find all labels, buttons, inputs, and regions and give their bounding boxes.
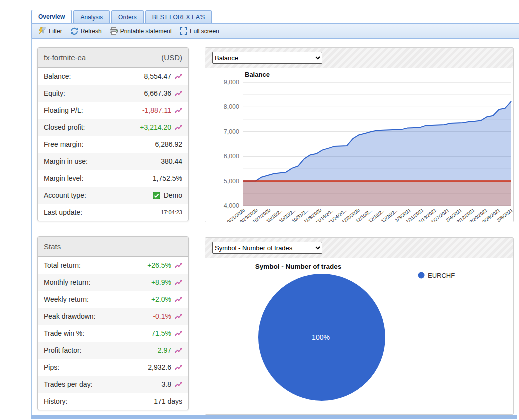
row-value-group: 6,286.92: [155, 140, 183, 148]
row-value: 380.44: [161, 157, 182, 165]
symbol-pie-chart: Symbol - Number of trades100%EURCHF: [205, 258, 513, 415]
account-name: fx-fortnite-ea: [44, 53, 86, 62]
row-label: Last update:: [44, 208, 82, 216]
row-label: Profit factor:: [44, 346, 81, 354]
row-value: -1,887.11: [142, 106, 171, 114]
row-label: Total return:: [44, 261, 81, 269]
row-label: Weekly return:: [44, 295, 89, 303]
table-row: Monthly return:+8.9%: [38, 274, 188, 291]
balance-chart-select[interactable]: Balance: [212, 52, 322, 64]
row-value: 3.8: [162, 380, 171, 388]
svg-text:8,000: 8,000: [224, 103, 239, 110]
stats-panel-header: Stats: [38, 237, 188, 257]
row-label: Balance:: [44, 72, 71, 80]
mini-chart-icon[interactable]: [175, 364, 182, 371]
row-label: Margin level:: [44, 174, 83, 182]
svg-text:Balance: Balance: [245, 71, 270, 78]
table-row: Balance:8,554.47: [38, 68, 188, 85]
filter-label: Filter: [49, 28, 62, 35]
row-label: Margin in use:: [44, 157, 88, 165]
table-row: Closed profit:+3,214.20: [38, 119, 188, 136]
row-label: Monthly return:: [44, 278, 90, 286]
legend-label: EURCHF: [428, 272, 455, 279]
row-value-group: 3.8: [162, 380, 182, 388]
account-currency: (USD): [161, 53, 182, 62]
printable-statement-button[interactable]: Printable statement: [106, 25, 175, 37]
fullscreen-icon: [180, 27, 187, 35]
page: Overview Analysis Orders BEST FOREX EA'S…: [0, 0, 519, 420]
row-value-group: +26.5%: [147, 261, 182, 269]
mini-chart-icon[interactable]: [175, 279, 182, 286]
table-row: Total return:+26.5%: [38, 257, 188, 274]
row-value-group: 171 days: [154, 397, 182, 405]
refresh-icon: [70, 27, 78, 35]
table-row: Pips:2,932.6: [38, 359, 188, 376]
table-row: Free margin:6,286.92: [38, 136, 188, 153]
mini-chart-icon[interactable]: [175, 347, 182, 354]
table-row: Trades per day:3.8: [38, 376, 188, 393]
mini-chart-icon[interactable]: [175, 313, 182, 320]
row-label: Closed profit:: [44, 123, 85, 131]
stats-panel: Stats Total return:+26.5%Monthly return:…: [37, 236, 189, 410]
row-label: Free margin:: [44, 140, 83, 148]
filter-button[interactable]: Filter: [35, 25, 66, 37]
account-panel-header: fx-fortnite-ea (USD): [38, 48, 188, 68]
row-value: 2.97: [158, 346, 171, 354]
mini-chart-icon[interactable]: [175, 330, 182, 337]
refresh-label: Refresh: [81, 28, 102, 35]
row-value: 71.5%: [151, 329, 171, 337]
mini-chart-icon[interactable]: [175, 381, 182, 388]
stats-title: Stats: [44, 242, 61, 251]
mini-chart-icon[interactable]: [175, 90, 182, 97]
symbol-chart-header: Symbol - Number of trades: [205, 238, 513, 258]
tab-best-forex-eas[interactable]: BEST FOREX EA'S: [145, 10, 212, 24]
row-value: 2,932.6: [148, 363, 171, 371]
printable-statement-label: Printable statement: [120, 28, 172, 35]
full-screen-label: Full screen: [190, 28, 219, 35]
row-label: Equity:: [44, 89, 65, 97]
row-value-group: 71.5%: [151, 329, 182, 337]
mini-chart-icon[interactable]: [175, 73, 182, 80]
right-column: Balance 9,0008,0007,0006,0005,0004,000Ba…: [205, 47, 514, 420]
table-row: Account type:Demo: [38, 187, 188, 204]
row-value-group: +8.9%: [151, 278, 182, 286]
tab-analysis[interactable]: Analysis: [73, 10, 110, 24]
symbol-chart-card: Symbol - Number of trades Symbol - Numbe…: [205, 237, 514, 415]
row-value-group: -0.1%: [153, 312, 182, 320]
row-value: 1,752.5%: [153, 174, 182, 182]
symbol-chart-select[interactable]: Symbol - Number of trades: [212, 242, 322, 254]
symbol-pie: Symbol - Number of trades100%EURCHF: [205, 258, 513, 415]
refresh-button[interactable]: Refresh: [67, 25, 105, 37]
table-row: Margin level:1,752.5%: [38, 170, 188, 187]
row-value: Demo: [164, 191, 182, 199]
tab-overview[interactable]: Overview: [31, 10, 72, 24]
row-label: Trade win %:: [44, 329, 84, 337]
table-row: Last update:17:04:23: [38, 204, 188, 221]
legend-dot: [418, 272, 425, 279]
left-column: fx-fortnite-ea (USD) Balance:8,554.47Equ…: [37, 47, 189, 420]
row-value-group: 8,554.47: [144, 72, 183, 80]
filter-icon: [38, 27, 46, 35]
row-value-group: 17:04:23: [161, 209, 182, 215]
row-value: +8.9%: [151, 278, 171, 286]
mini-chart-icon[interactable]: [175, 124, 182, 131]
row-label: Floating P/L:: [44, 106, 83, 114]
row-label: Account type:: [44, 191, 86, 199]
tab-orders[interactable]: Orders: [111, 10, 144, 24]
left-border-line: [31, 38, 32, 418]
mini-chart-icon[interactable]: [175, 262, 182, 269]
mini-chart-icon[interactable]: [175, 107, 182, 114]
table-row: History:171 days: [38, 393, 188, 410]
table-row: Floating P/L:-1,887.11: [38, 102, 188, 119]
full-screen-button[interactable]: Full screen: [176, 25, 223, 37]
mini-chart-icon[interactable]: [175, 296, 182, 303]
balance-chart-card: Balance 9,0008,0007,0006,0005,0004,000Ba…: [205, 47, 514, 222]
row-label: Trades per day:: [44, 380, 93, 388]
row-value: +2.0%: [151, 295, 171, 303]
row-value-group: 2,932.6: [148, 363, 182, 371]
balance-chart-header: Balance: [205, 48, 513, 68]
svg-text:7,000: 7,000: [224, 128, 239, 135]
svg-text:5,000: 5,000: [224, 178, 239, 185]
row-value: 6,286.92: [155, 140, 183, 148]
table-row: Equity:6,667.36: [38, 85, 188, 102]
